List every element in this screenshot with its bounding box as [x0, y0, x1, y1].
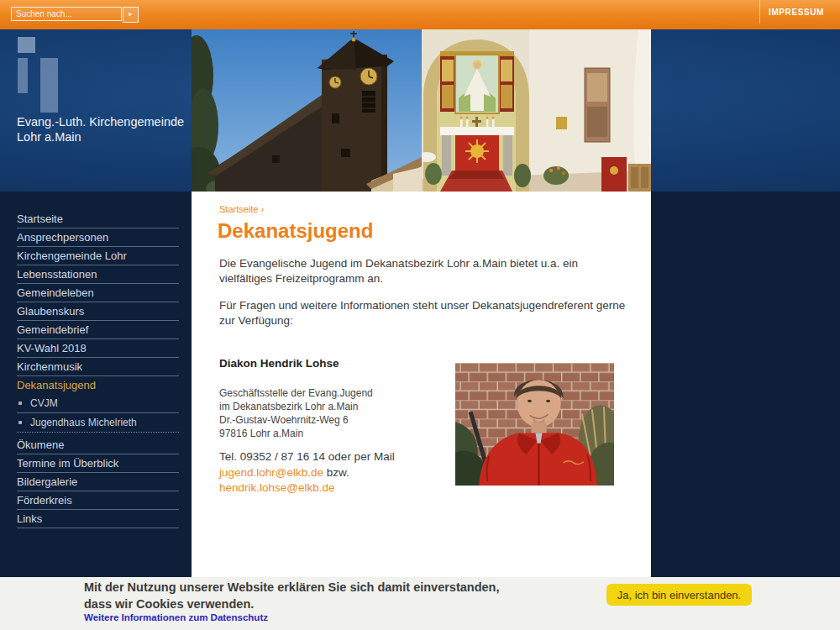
site-title[interactable]: Evang.-Luth. Kirchengemeinde Lohr a.Main [17, 114, 184, 144]
search-input[interactable] [11, 7, 122, 21]
impressum-link[interactable]: IMPRESSUM [769, 8, 824, 17]
sidebar-item-gemeindebrief[interactable]: Gemeindebrief [17, 321, 179, 339]
address-line: im Dekanatsbezirk Lohr a.Main [219, 400, 373, 413]
sidebar-subitem-cvjm[interactable]: CVJM [17, 394, 179, 413]
sidebar-item-foerderkreis[interactable]: Förderkreis [17, 491, 179, 510]
header-band: Evang.-Luth. Kirchengemeinde Lohr a.Main [0, 29, 840, 192]
sidebar-item-kirchengemeinde-lohr[interactable]: Kirchengemeinde Lohr [17, 247, 179, 265]
privacy-info-link[interactable]: Weitere Informationen zum Datenschutz [84, 612, 268, 622]
sidebar-subitem-jugendhaus-michelrieth[interactable]: Jugendhaus Michelrieth [17, 413, 179, 433]
sidebar-item-startseite[interactable]: Startseite [17, 210, 179, 228]
site-title-line2: Lohr a.Main [17, 129, 184, 144]
breadcrumb-home-link[interactable]: Startseite [219, 204, 258, 214]
email-suffix: bzw. [323, 466, 349, 479]
sidebar-item-lebensstationen[interactable]: Lebensstationen [17, 265, 179, 284]
main-content: Startseite › Dekanatsjugend Die Evangeli… [192, 192, 651, 577]
sidebar-item-gemeindeleben[interactable]: Gemeindeleben [17, 284, 179, 302]
church-interior-photo [422, 29, 651, 192]
phone-line: Tel. 09352 / 87 16 14 oder per Mail [219, 449, 395, 465]
sidebar-item-kirchenmusik[interactable]: Kirchenmusik [17, 358, 179, 376]
page-root: ▸ IMPRESSUM Evang.-Luth. Kirchengemeinde… [0, 0, 840, 630]
logo-mark-bar-left [18, 58, 28, 93]
address-line: Dr.-Gustav-Woehrnitz-Weg 6 [219, 413, 373, 427]
email-link-hendrik[interactable]: hendrik.lohse@elkb.de [219, 481, 335, 494]
cookie-message: Mit der Nutzung unserer Website erklären… [84, 579, 499, 612]
sidebar-item-oekumene[interactable]: Ökumene [17, 436, 179, 454]
topbar-divider [759, 0, 760, 24]
breadcrumb-separator: › [261, 204, 265, 214]
church-exterior-photo [192, 29, 422, 192]
sidebar-item-termine-im-ueberblick[interactable]: Termine im Überblick [17, 454, 179, 473]
contact-address: Geschäftsstelle der Evang.Jugend im Deka… [219, 386, 373, 440]
logo-mark-bar-right [40, 58, 58, 113]
cookie-accept-button[interactable]: Ja, ich bin einverstanden. [606, 584, 752, 606]
top-bar: ▸ IMPRESSUM [0, 0, 840, 29]
cookie-message-line2: dass wir Cookies verwenden. [84, 596, 499, 612]
cookie-message-line1: Mit der Nutzung unserer Website erklären… [84, 579, 499, 596]
contact-phone-block: Tel. 09352 / 87 16 14 oder per Mail juge… [219, 449, 395, 496]
sidebar-item-kv-wahl-2018[interactable]: KV-Wahl 2018 [17, 339, 179, 358]
sidebar-item-bildergalerie[interactable]: Bildergalerie [17, 473, 179, 491]
logo-mark-square [18, 37, 35, 53]
portrait-photo [455, 363, 614, 486]
search-submit-button[interactable]: ▸ [123, 7, 139, 23]
sidebar-item-dekanatsjugend-active[interactable]: Dekanatsjugend [17, 376, 179, 394]
intro-paragraph: Die Evangelische Jugend im Dekanatsbezir… [219, 256, 631, 286]
email-link-jugend[interactable]: jugend.lohr@elkb.de [219, 466, 323, 479]
cookie-banner: Mit der Nutzung unserer Website erklären… [0, 577, 840, 630]
sidebar-nav: Startseite Ansprechpersonen Kirchengemei… [17, 210, 179, 528]
email-line-1: jugend.lohr@elkb.de bzw. [219, 465, 395, 481]
address-line: Geschäftsstelle der Evang.Jugend [219, 386, 373, 400]
site-title-line1: Evang.-Luth. Kirchengemeinde [17, 114, 184, 129]
sidebar-item-links[interactable]: Links [17, 510, 179, 528]
address-line: 97816 Lohr a.Main [219, 427, 373, 440]
breadcrumb: Startseite › [219, 204, 264, 214]
contact-name: Diakon Hendrik Lohse [219, 357, 339, 370]
email-line-2: hendrik.lohse@elkb.de [219, 480, 395, 496]
page-title: Dekanatsjugend [218, 219, 373, 243]
sidebar-item-glaubenskurs[interactable]: Glaubenskurs [17, 302, 179, 321]
sidebar-item-ansprechpersonen[interactable]: Ansprechpersonen [17, 228, 179, 247]
info-paragraph: Für Fragen und weitere Informationen ste… [219, 298, 631, 328]
